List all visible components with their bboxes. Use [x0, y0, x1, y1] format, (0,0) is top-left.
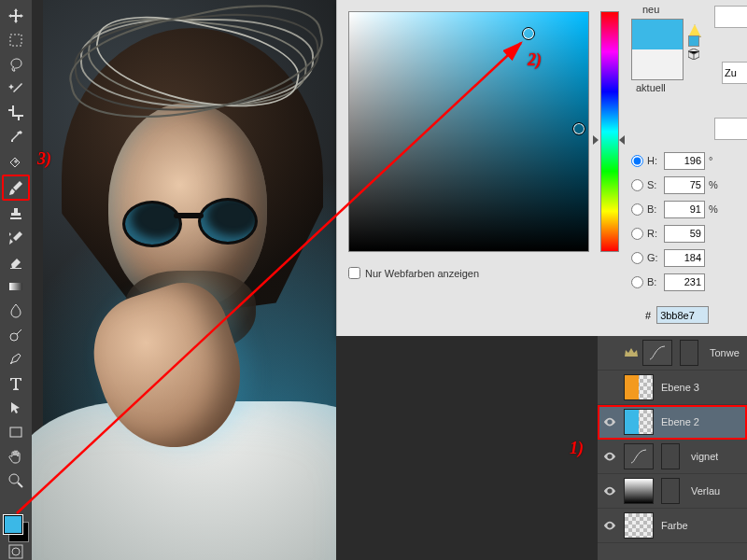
row-r: R: [631, 222, 743, 245]
radio-h[interactable] [631, 155, 643, 167]
svg-point-2 [10, 333, 18, 341]
hue-strip[interactable] [600, 11, 619, 252]
layer-name: Ebene 3 [661, 382, 699, 393]
visibility-toggle[interactable] [601, 483, 618, 499]
row-g: G: [631, 246, 743, 269]
layer-name: Ebene 2 [661, 416, 699, 427]
tool-heal[interactable] [4, 150, 28, 173]
layer-row-ebene2[interactable]: Ebene 2 [598, 405, 747, 440]
tool-brush[interactable] [2, 175, 30, 201]
layer-thumb [624, 409, 654, 435]
input-bb[interactable] [664, 273, 705, 291]
hex-label: # [645, 310, 651, 321]
layer-row-tonwert[interactable]: Tonwe [598, 336, 747, 371]
layer-thumb [624, 512, 654, 539]
saturation-value-field[interactable] [348, 11, 589, 252]
layers-panel: Tonwe Ebene 3 Ebene 2 vignet Verlau Farb… [598, 336, 747, 560]
color-preview [631, 19, 684, 80]
unit-s: % [709, 179, 722, 190]
layer-thumb [624, 374, 654, 400]
layer-row-farbe[interactable]: Farbe [598, 509, 747, 543]
visibility-toggle[interactable] [601, 413, 618, 430]
visibility-toggle[interactable] [601, 448, 618, 465]
color-swatches[interactable] [4, 515, 28, 541]
radio-r[interactable] [631, 228, 643, 240]
tool-dodge[interactable] [4, 324, 28, 346]
document-canvas[interactable] [32, 0, 336, 560]
input-hex[interactable] [656, 306, 709, 324]
gamut-suggested-swatch[interactable] [688, 35, 699, 47]
dialog-extra-button[interactable] [714, 118, 747, 140]
svg-point-4 [9, 474, 19, 483]
layer-name: Tonwe [710, 347, 740, 358]
preview-current [632, 49, 683, 79]
layer-mask-thumb [661, 478, 680, 504]
tool-toolbar [0, 0, 32, 560]
visibility-toggle[interactable] [601, 517, 618, 534]
layer-name: Farbe [661, 520, 688, 531]
label-new: neu [642, 4, 659, 15]
tool-eraser[interactable] [4, 251, 28, 273]
unit-h: ° [709, 155, 722, 166]
tool-zoom[interactable] [4, 469, 28, 492]
layer-row-ebene3[interactable]: Ebene 3 [598, 371, 747, 405]
webcolors-checkbox[interactable]: Nur Webfarben anzeigen [348, 267, 479, 279]
svg-rect-0 [10, 35, 21, 46]
radio-g[interactable] [631, 252, 643, 264]
websafe-cube-icon[interactable] [688, 49, 699, 60]
tool-move[interactable] [4, 5, 28, 27]
layer-thumb [624, 478, 654, 504]
svg-rect-3 [10, 427, 21, 437]
label-s: S: [647, 179, 664, 190]
tool-marquee[interactable] [4, 29, 28, 51]
input-h[interactable] [664, 152, 705, 170]
dialog-back-button[interactable]: Zu [722, 62, 747, 84]
tool-hand[interactable] [4, 445, 28, 468]
tool-blur[interactable] [4, 300, 28, 322]
sv-cursor-main [522, 27, 535, 40]
svg-rect-1 [9, 283, 22, 290]
label-r: R: [647, 228, 664, 239]
tool-eyedropper[interactable] [4, 126, 28, 148]
tool-wand[interactable] [4, 77, 28, 100]
visibility-toggle[interactable] [601, 344, 618, 361]
layer-mask-thumb [680, 340, 698, 366]
tool-path-select[interactable] [4, 397, 28, 419]
tool-history-brush[interactable] [4, 227, 28, 249]
unit-bv: % [709, 203, 722, 215]
tool-gradient[interactable] [4, 275, 28, 298]
radio-bb[interactable] [631, 276, 643, 288]
row-h: H: ° [631, 149, 743, 172]
tool-crop[interactable] [4, 102, 28, 124]
layer-name: Verlau [691, 485, 720, 497]
hue-slider-handle[interactable] [595, 135, 623, 145]
layer-row-vignette[interactable]: vignet [598, 440, 747, 474]
dark-background [336, 336, 598, 560]
input-s[interactable] [664, 176, 705, 194]
dialog-ok-button[interactable] [714, 6, 747, 28]
row-s: S: % [631, 174, 743, 196]
crown-icon [624, 347, 639, 358]
tool-stamp[interactable] [4, 203, 28, 225]
tool-type[interactable] [4, 372, 28, 395]
tool-shape[interactable] [4, 421, 28, 443]
label-bb: B: [647, 276, 664, 287]
tool-lasso[interactable] [4, 53, 28, 76]
row-bb: B: [631, 271, 743, 293]
input-g[interactable] [664, 249, 705, 267]
label-current: aktuell [636, 82, 666, 93]
label-g: G: [647, 252, 664, 263]
visibility-toggle[interactable] [601, 379, 618, 396]
tool-pen[interactable] [4, 348, 28, 371]
row-bv: B: % [631, 198, 743, 220]
input-bv[interactable] [664, 201, 705, 218]
webcolors-check[interactable] [348, 267, 360, 279]
quickmask-icon[interactable] [5, 543, 27, 560]
color-channel-fields: H: ° S: % B: % R: G: [631, 149, 743, 295]
foreground-swatch[interactable] [4, 515, 22, 534]
layer-row-verlauf[interactable]: Verlau [598, 474, 747, 509]
radio-s[interactable] [631, 179, 643, 191]
sv-cursor-prev [572, 122, 585, 135]
radio-bv[interactable] [631, 203, 643, 216]
input-r[interactable] [664, 225, 705, 243]
